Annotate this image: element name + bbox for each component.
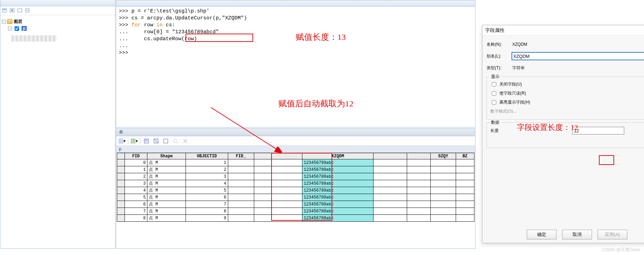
cell-fid: 3: [124, 180, 147, 187]
cell-szqy: [431, 194, 456, 201]
ok-button[interactable]: 确定: [527, 230, 557, 239]
annotation-arrow: [116, 100, 324, 173]
apply-button[interactable]: 应用(A): [598, 230, 627, 239]
alias-input[interactable]: [512, 52, 644, 60]
toc-tool-1-icon[interactable]: [2, 8, 8, 14]
cell-shape: 点 M: [147, 201, 186, 208]
cell-blur-2: [373, 215, 407, 222]
annotation-field-length: 字段设置长度：12: [517, 122, 578, 133]
svg-line-15: [211, 107, 281, 152]
cell-bz: [456, 215, 474, 222]
checkbox-readonly[interactable]: [492, 91, 496, 96]
cell-blur-2: [373, 208, 407, 215]
cell-fid-under: [228, 173, 254, 180]
row-selector[interactable]: [117, 173, 125, 180]
cell-objectid: 3: [186, 173, 228, 180]
toc-title-bar: [0, 0, 115, 6]
cell-blur-3: [407, 187, 431, 194]
cell-fid-under: [228, 187, 254, 194]
cell-szqy: [431, 159, 456, 166]
watermark: CSDN @天青Giser: [602, 247, 641, 253]
python-console-header: [116, 0, 475, 7]
col-blur-2[interactable]: [373, 153, 407, 159]
cell-shape: 点 M: [147, 187, 186, 194]
cell-fid: 8: [124, 215, 147, 222]
cell-bz: [456, 159, 474, 166]
tree-root[interactable]: − 图层: [2, 18, 114, 25]
cell-szqy: [431, 215, 456, 222]
cell-objectid: 4: [186, 180, 228, 187]
value-name: XZQDM: [512, 42, 644, 47]
cell-fid-under: [228, 180, 254, 187]
cell-objectid: 9: [186, 215, 228, 222]
cell-blur-2: [373, 201, 407, 208]
cell-fid: 7: [124, 208, 147, 215]
cell-shape: 点 M: [147, 194, 186, 201]
svg-point-3: [11, 9, 13, 11]
tree-layer-row[interactable]: − p: [2, 25, 114, 32]
cell-bz: [456, 201, 474, 208]
cell-szqy: [431, 187, 456, 194]
cell-bz: [456, 166, 474, 173]
cancel-button[interactable]: 取消: [562, 230, 592, 239]
toc-toolbar: [0, 6, 115, 15]
cell-bz: [456, 173, 474, 180]
toc-tree: − 图层 − p: [0, 15, 115, 44]
cell-szqy: [431, 166, 456, 173]
col-blur-3[interactable]: [407, 153, 431, 159]
layer-visibility-checkbox[interactable]: [15, 26, 19, 31]
cell-fid-under: [228, 194, 254, 201]
cell-shape: 点 M: [147, 208, 186, 215]
cell-fid-under: [228, 215, 254, 222]
cell-blur-3: [407, 194, 431, 201]
folder-icon: [7, 19, 12, 24]
label-readonly: 使字段只读(R): [499, 90, 526, 96]
number-format-link: 数字格式(O)...: [490, 107, 644, 116]
label-alias: 别名(L):: [487, 53, 512, 59]
cell-shape: 点 M: [147, 180, 186, 187]
row-selector[interactable]: [117, 187, 125, 194]
group-data-title: 数据: [490, 120, 501, 125]
toc-panel: − 图层 − p: [0, 0, 115, 249]
toc-tool-3-icon[interactable]: [17, 8, 23, 14]
row-selector[interactable]: [117, 194, 125, 201]
cell-szqy: [431, 201, 456, 208]
cell-bz: [456, 194, 474, 201]
checkbox-close-field[interactable]: [492, 82, 496, 87]
cell-fid-under: [228, 208, 254, 215]
col-bz[interactable]: BZ: [456, 153, 474, 159]
value-type: 字符串: [512, 65, 644, 71]
svg-rect-0: [2, 9, 7, 12]
row-selector[interactable]: [117, 201, 125, 208]
dialog-titlebar[interactable]: 字段属性 ✕: [482, 25, 644, 36]
svg-rect-4: [18, 9, 22, 12]
checkbox-highlight[interactable]: [492, 100, 496, 105]
expand-icon[interactable]: −: [2, 20, 6, 24]
toc-tool-2-icon[interactable]: [9, 8, 16, 14]
row-selector[interactable]: [117, 208, 125, 215]
blurred-layer-item: [11, 35, 57, 42]
cell-szqy: [431, 180, 456, 187]
toc-tool-4-icon[interactable]: [25, 8, 31, 14]
cell-blur-3: [407, 166, 431, 173]
cell-objectid: 5: [186, 187, 228, 194]
svg-rect-1: [3, 9, 6, 10]
cell-fid: 6: [124, 201, 147, 208]
cell-blur-3: [407, 201, 431, 208]
cell-bz: [456, 187, 474, 194]
cell-fid-under: [228, 201, 254, 208]
cell-objectid: 7: [186, 201, 228, 208]
cell-blur-3: [407, 159, 431, 166]
cell-blur-3: [407, 173, 431, 180]
length-value-box[interactable]: 12: [572, 127, 624, 134]
label-name: 名称(N):: [487, 42, 512, 47]
cell-fid: 4: [124, 187, 147, 194]
cell-shape: 点 M: [147, 215, 186, 222]
expand-icon[interactable]: −: [8, 27, 12, 30]
col-szqy[interactable]: SZQY: [431, 153, 456, 159]
row-selector[interactable]: [117, 180, 125, 187]
cell-objectid: 6: [186, 194, 228, 201]
dialog-title: 字段属性: [485, 27, 505, 34]
row-selector[interactable]: [117, 215, 125, 222]
cell-shape: 点 M: [147, 173, 186, 180]
